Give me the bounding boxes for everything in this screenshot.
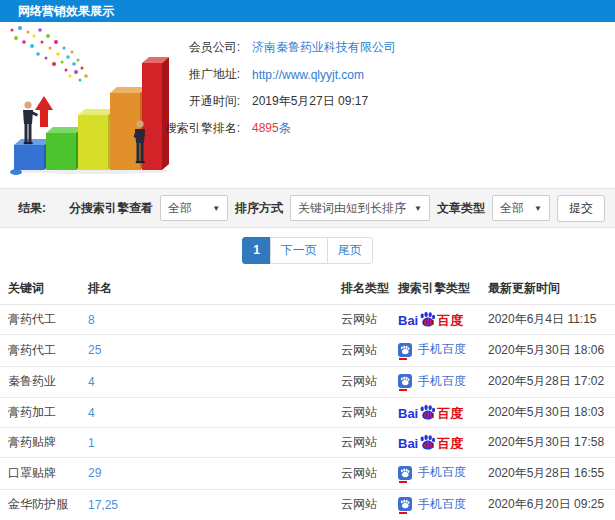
col-header-engine-type: 搜索引擎类型 (390, 272, 480, 305)
baidu-bai-text: Bai (398, 437, 418, 450)
info-section: 会员公司: 济南秦鲁药业科技有限公司 推广地址: http://www.qlyy… (0, 22, 615, 188)
baidu-mobile-text: 手机百度 (418, 341, 466, 358)
table-row: 膏药加工4云网站Baidu百度2020年5月30日 18:03 (0, 398, 615, 428)
baidu-logo-icon: Baidu百度 (398, 434, 463, 450)
filter-controls: 分搜索引擎查看 全部 ▼ 排序方式 关键词由短到长排序 ▼ 文章类型 全部 ▼ … (69, 195, 605, 222)
chevron-down-icon: ▼ (534, 204, 542, 213)
engine-filter-select[interactable]: 全部 ▼ (160, 195, 228, 221)
baidu-mobile-logo: 手机百度 (398, 496, 466, 513)
page-titlebar: 网络营销效果展示 (0, 0, 615, 22)
rank-link[interactable]: 4 (80, 366, 333, 398)
baidu-cn-text: 百度 (437, 407, 463, 420)
rank-link[interactable]: 29 (80, 458, 333, 490)
updated-time-cell: 2020年5月28日 17:02 (480, 366, 615, 398)
baidu-bai-text: Bai (398, 407, 418, 420)
chevron-down-icon: ▼ (212, 204, 220, 213)
updated-time-cell: 2020年5月28日 16:55 (480, 458, 615, 490)
article-type-label: 文章类型 (437, 200, 485, 217)
rank-link[interactable]: 17,25 (80, 489, 333, 520)
baidu-paw-icon: du (419, 404, 436, 420)
engine-type-cell: 手机百度 (390, 458, 480, 490)
rank-link[interactable]: 8 (80, 305, 333, 335)
opened-row: 开通时间: 2019年5月27日 09:17 (148, 88, 609, 115)
baidu-mobile-logo: 手机百度 (398, 373, 466, 390)
rank-type-cell: 云网站 (333, 305, 390, 335)
table-row: 膏药代工25云网站手机百度2020年5月30日 18:06 (0, 335, 615, 367)
table-row: 膏药代工8云网站Baidu百度2020年6月4日 11:15 (0, 305, 615, 335)
rank-type-cell: 云网站 (333, 366, 390, 398)
updated-time-cell: 2020年6月20日 09:25 (480, 489, 615, 520)
promo-url-link[interactable]: http://www.qlyyjt.com (252, 68, 364, 82)
submit-button[interactable]: 提交 (557, 195, 605, 222)
baidu-mobile-paw-icon (398, 374, 412, 388)
rank-link[interactable]: 25 (80, 335, 333, 367)
next-page-button[interactable]: 下一页 (270, 237, 328, 264)
marketing-report-page: 网络营销效果展示 (0, 0, 615, 520)
keyword-cell: 膏药加工 (0, 398, 80, 428)
keyword-cell: 口罩贴牌 (0, 458, 80, 490)
pagination: 1 下一页 尾页 (242, 237, 373, 264)
baidu-paw-icon: du (419, 434, 436, 450)
baidu-paw-icon: du (419, 311, 436, 327)
baidu-logo-icon: Baidu百度 (398, 311, 463, 327)
chevron-down-icon: ▼ (414, 204, 422, 213)
last-page-button[interactable]: 尾页 (327, 237, 373, 264)
col-header-keyword: 关键词 (0, 272, 80, 305)
engine-type-cell: Baidu百度 (390, 398, 480, 428)
engine-filter-value: 全部 (168, 200, 192, 217)
engine-type-cell: Baidu百度 (390, 428, 480, 458)
baidu-mobile-text: 手机百度 (418, 373, 466, 390)
company-link[interactable]: 济南秦鲁药业科技有限公司 (252, 39, 396, 56)
baidu-mobile-paw-icon (398, 343, 412, 357)
url-label: 推广地址: (148, 66, 240, 83)
engine-type-cell: Baidu百度 (390, 305, 480, 335)
rank-count-value: 4895条 (252, 120, 291, 137)
keyword-cell: 秦鲁药业 (0, 366, 80, 398)
baidu-bai-text: Bai (398, 314, 418, 327)
bar-yellow (78, 109, 115, 170)
up-arrow (35, 96, 53, 127)
sort-select[interactable]: 关键词由短到长排序 ▼ (290, 195, 430, 221)
results-table-head: 关键词 排名 排名类型 搜索引擎类型 最新更新时间 (0, 272, 615, 305)
rank-type-cell: 云网站 (333, 398, 390, 428)
rank-link[interactable]: 1 (80, 428, 333, 458)
engine-type-cell: 手机百度 (390, 489, 480, 520)
rank-link[interactable]: 4 (80, 398, 333, 428)
baidu-du-text: du (423, 411, 434, 420)
baidu-mobile-logo: 手机百度 (398, 464, 466, 481)
rank-type-cell: 云网站 (333, 335, 390, 367)
baidu-mobile-logo: 手机百度 (398, 341, 466, 358)
results-table: 关键词 排名 排名类型 搜索引擎类型 最新更新时间 膏药代工8云网站Baidu百… (0, 272, 615, 520)
url-row: 推广地址: http://www.qlyyjt.com (148, 61, 609, 88)
result-label: 结果: (18, 200, 46, 217)
updated-time-cell: 2020年5月30日 18:06 (480, 335, 615, 367)
rank-count-label: 搜索引擎排名: (148, 120, 240, 137)
rank-type-cell: 云网站 (333, 458, 390, 490)
confetti-dots (11, 26, 88, 82)
table-row: 金华防护服17,25云网站手机百度2020年6月20日 09:25 (0, 489, 615, 520)
member-info: 会员公司: 济南秦鲁药业科技有限公司 推广地址: http://www.qlyy… (148, 34, 609, 142)
article-type-select[interactable]: 全部 ▼ (492, 195, 550, 221)
col-header-updated: 最新更新时间 (480, 272, 615, 305)
baidu-mobile-text: 手机百度 (418, 496, 466, 513)
keyword-cell: 膏药贴牌 (0, 428, 80, 458)
updated-time-cell: 2020年6月4日 11:15 (480, 305, 615, 335)
baidu-mobile-text: 手机百度 (418, 464, 466, 481)
baidu-mobile-paw-icon (398, 497, 412, 511)
sort-select-value: 关键词由短到长排序 (298, 200, 406, 217)
engine-type-cell: 手机百度 (390, 335, 480, 367)
opened-label: 开通时间: (148, 93, 240, 110)
filter-bar: 结果: 分搜索引擎查看 全部 ▼ 排序方式 关键词由短到长排序 ▼ 文章类型 全… (0, 188, 615, 228)
table-row: 膏药贴牌1云网站Baidu百度2020年5月30日 17:58 (0, 428, 615, 458)
page-title: 网络营销效果展示 (18, 4, 114, 18)
baidu-du-text: du (423, 441, 434, 450)
col-header-rank: 排名 (80, 272, 333, 305)
keyword-cell: 金华防护服 (0, 489, 80, 520)
bar-green (46, 127, 83, 170)
company-label: 会员公司: (148, 39, 240, 56)
baidu-logo-icon: Baidu百度 (398, 404, 463, 420)
keyword-cell: 膏药代工 (0, 335, 80, 367)
engine-filter-label: 分搜索引擎查看 (69, 200, 153, 217)
baidu-cn-text: 百度 (437, 437, 463, 450)
page-1-button[interactable]: 1 (242, 237, 271, 264)
